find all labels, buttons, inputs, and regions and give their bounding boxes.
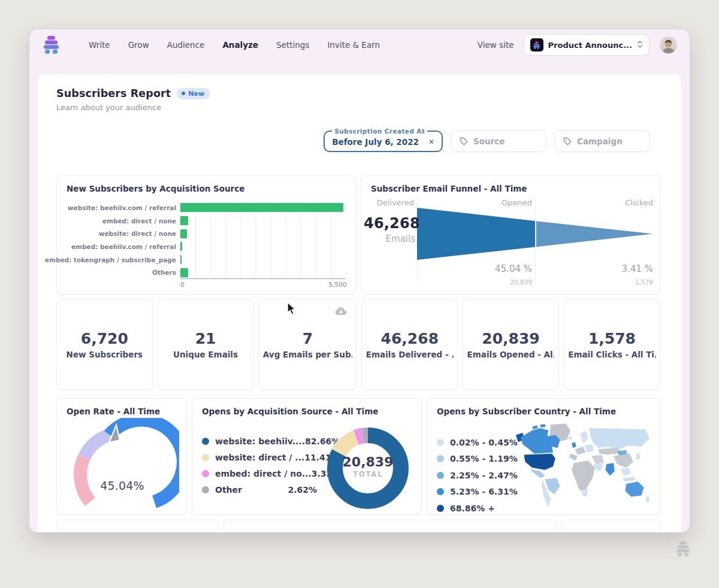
nav-item-grow[interactable]: Grow xyxy=(128,40,149,50)
nav-item-analyze[interactable]: Analyze xyxy=(222,40,258,50)
donut-total: 20,839 xyxy=(323,454,413,469)
bar xyxy=(180,242,182,251)
gauge-value: 45.04% xyxy=(65,479,179,492)
filter-row: Subscription Created At Before July 6, 2… xyxy=(56,128,650,152)
legend-dot-icon xyxy=(437,505,444,512)
partial-card xyxy=(223,520,557,531)
legend-dot-icon xyxy=(202,454,209,461)
partial-card xyxy=(561,520,660,531)
opens-by-country-card[interactable]: Opens by Subscriber Country - All Time 0… xyxy=(427,398,660,515)
stat-label: Avg Emails per Sub... xyxy=(263,350,352,359)
created-at-filter-label: Subscription Created At xyxy=(332,128,427,135)
map-title: Opens by Subscriber Country - All Time xyxy=(437,407,650,416)
stat-value: 21 xyxy=(195,330,216,347)
stat-value: 46,268 xyxy=(381,330,439,347)
x-tick-0: 0 xyxy=(180,281,185,288)
legend-dot-icon xyxy=(202,470,209,477)
legend-item: 2.25% - 2.47% xyxy=(437,467,513,484)
stat-value: 20,839 xyxy=(482,330,539,347)
funnel-clicked-count: 1,578 xyxy=(593,278,653,286)
nav-item-settings[interactable]: Settings xyxy=(276,40,309,50)
mouse-cursor xyxy=(286,302,297,316)
remove-filter-icon[interactable]: ✕ xyxy=(428,138,434,146)
nav-item-invite-earn[interactable]: Invite & Earn xyxy=(327,40,380,50)
stat-value: 1,578 xyxy=(588,330,636,347)
x-tick-max: 5,500 xyxy=(329,281,347,288)
publication-selector[interactable]: Product Announc... xyxy=(524,34,649,56)
stats-row: 6,720 New Subscribers 21 Unique Emails 7… xyxy=(56,299,660,390)
stat-card-email-clicks[interactable]: 1,578 Email Clicks - All Ti... xyxy=(564,299,660,390)
badge-dot-icon xyxy=(182,92,185,95)
stat-label: Email Clicks - All Ti... xyxy=(568,350,655,359)
acquisition-bar-chart-card[interactable]: New Subscribers by Acquisition Source we… xyxy=(56,175,356,295)
stat-card-new-subscribers[interactable]: 6,720 New Subscribers xyxy=(56,299,153,390)
legend-item: website: direct / ... 11.41% xyxy=(202,449,317,465)
legend-dot-icon xyxy=(202,486,209,493)
content-panel: Subscribers Report New Learn about your … xyxy=(38,74,681,532)
map-legend: 0.02% - 0.45% 0.55% - 1.19% 2.25% - 2.47… xyxy=(437,434,513,517)
stat-value: 6,720 xyxy=(81,330,128,347)
stat-label: Emails Opened - Al... xyxy=(467,350,555,359)
cloud-download-icon[interactable] xyxy=(334,307,348,319)
stat-card-emails-opened[interactable]: 20,839 Emails Opened - Al... xyxy=(463,299,559,390)
legend-dot-icon xyxy=(437,488,444,495)
nav-item-write[interactable]: Write xyxy=(89,40,110,50)
campaign-filter-button[interactable]: Campaign xyxy=(554,130,650,152)
gauge-title: Open Rate - All Time xyxy=(67,407,177,416)
tag-icon xyxy=(460,137,468,146)
bar-chart-x-axis: 0 5,500 xyxy=(180,279,346,289)
donut-legend: website: beehiiv.... 82.66% website: dir… xyxy=(202,433,317,516)
donut-title: Opens by Acquisition Source - All Time xyxy=(202,407,412,416)
nav-links: Write Grow Audience Analyze Settings Inv… xyxy=(89,40,380,50)
created-at-filter[interactable]: Subscription Created At Before July 6, 2… xyxy=(324,128,443,152)
donut-total-label: TOTAL xyxy=(323,470,413,478)
world-choropleth-map xyxy=(515,422,651,517)
stat-label: Unique Emails xyxy=(173,350,238,359)
bar-chart-category-labels: website: beehiiv.com / referral embed: d… xyxy=(67,201,180,279)
bar xyxy=(180,216,188,225)
bar xyxy=(180,255,182,264)
gauge-chart: 45.04% xyxy=(65,418,179,510)
legend-item: 0.02% - 0.45% xyxy=(437,434,513,451)
publication-logo-icon xyxy=(530,38,543,51)
source-filter-button[interactable]: Source xyxy=(451,130,546,152)
user-avatar[interactable] xyxy=(659,36,678,54)
next-row-partial xyxy=(56,520,660,531)
page-subtitle: Learn about your audience xyxy=(56,103,660,112)
app-window: Write Grow Audience Analyze Settings Inv… xyxy=(29,29,690,533)
opens-by-source-card[interactable]: Opens by Acquisition Source - All Time w… xyxy=(192,398,422,515)
bar-chart-title: New Subscribers by Acquisition Source xyxy=(67,184,346,193)
beehiiv-logo-icon[interactable] xyxy=(41,35,61,54)
beehiiv-watermark-icon xyxy=(675,541,691,557)
bar xyxy=(180,229,187,238)
legend-item: embed: direct / no... 3.32% xyxy=(202,465,317,481)
stat-card-avg-emails[interactable]: 7 Avg Emails per Sub... xyxy=(258,299,357,390)
stat-label: New Subscribers xyxy=(67,350,143,359)
bar-chart-plot-area xyxy=(180,201,346,279)
created-at-filter-value: Before July 6, 2022 xyxy=(332,137,419,147)
donut-chart: 20,839 TOTAL xyxy=(323,423,413,516)
stat-card-emails-delivered[interactable]: 46,268 Emails Delivered - ... xyxy=(361,299,458,390)
page-title: Subscribers Report xyxy=(56,87,171,99)
funnel-stage-delivered: Delivered xyxy=(361,198,414,207)
tag-icon xyxy=(563,137,572,146)
legend-dot-icon xyxy=(437,439,444,446)
funnel-delivered-total: 46,268 Emails xyxy=(364,215,415,244)
legend-item: 5.23% - 6.31% xyxy=(437,484,513,501)
funnel-shape xyxy=(417,176,654,295)
legend-item: website: beehiiv.... 82.66% xyxy=(202,433,317,449)
view-site-link[interactable]: View site xyxy=(478,40,514,50)
publication-name: Product Announc... xyxy=(548,41,632,50)
open-rate-gauge-card[interactable]: Open Rate - All Time 45.04% xyxy=(56,398,187,515)
stat-label: Emails Delivered - ... xyxy=(366,350,454,359)
nav-item-audience[interactable]: Audience xyxy=(167,40,205,50)
funnel-opened-pct: 45.04 % xyxy=(472,263,532,274)
legend-dot-icon xyxy=(202,438,209,445)
funnel-clicked-pct: 3.41 % xyxy=(593,263,653,274)
partial-card xyxy=(56,520,219,531)
legend-dot-icon xyxy=(437,472,444,479)
stat-value: 7 xyxy=(303,330,313,347)
email-funnel-card[interactable]: Subscriber Email Funnel - All Time Deliv… xyxy=(361,175,660,295)
top-nav: Write Grow Audience Analyze Settings Inv… xyxy=(29,29,690,60)
stat-card-unique-emails[interactable]: 21 Unique Emails xyxy=(158,299,254,390)
